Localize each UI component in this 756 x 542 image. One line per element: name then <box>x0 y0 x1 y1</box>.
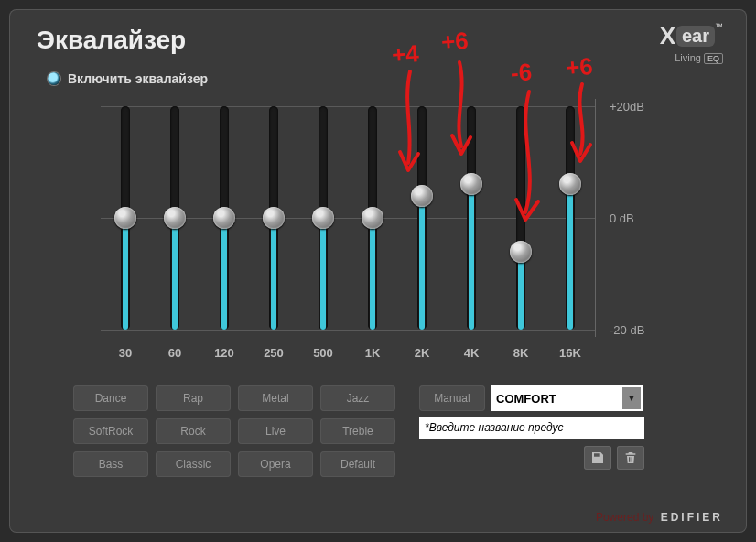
preset-softrock[interactable]: SoftRock <box>73 418 148 444</box>
eq-slider-250[interactable] <box>249 99 298 337</box>
slider-fill <box>469 184 474 330</box>
equalizer-panel: Эквалайзер Xear™ LivingEQ Включить эквал… <box>9 9 747 533</box>
manual-button[interactable]: Manual <box>419 385 485 411</box>
eq-slider-120[interactable] <box>200 99 249 337</box>
preset-right-column: Manual COMFORT ▼ *Введите название преду… <box>419 385 644 470</box>
slider-fill <box>320 218 326 330</box>
preset-select[interactable]: COMFORT ▼ <box>491 385 643 411</box>
slider-fill <box>271 218 276 330</box>
slider-fill <box>419 196 425 330</box>
slider-knob[interactable] <box>114 207 136 229</box>
eq-slider-500[interactable] <box>298 99 348 337</box>
eq-slider-1K[interactable] <box>348 99 397 337</box>
trash-icon <box>623 450 638 465</box>
eq-graph: +20dB 0 dB -20 dB <box>101 99 596 337</box>
logo-ear: ear <box>676 26 715 47</box>
save-preset-button[interactable] <box>584 446 611 470</box>
preset-rock[interactable]: Rock <box>156 418 231 444</box>
db-min-label: -20 dB <box>610 323 644 337</box>
slider-knob[interactable] <box>263 207 285 229</box>
preset-name-input[interactable]: *Введите название предус <box>419 417 644 439</box>
footer-powered: Powered by <box>596 511 653 524</box>
slider-track <box>516 106 525 330</box>
freq-label-30: 30 <box>101 346 150 360</box>
db-max-label: +20dB <box>610 100 644 114</box>
slider-knob[interactable] <box>411 185 433 207</box>
slider-knob[interactable] <box>559 173 581 195</box>
freq-label-4K: 4K <box>447 346 496 360</box>
freq-label-2K: 2K <box>397 346 447 360</box>
enable-equalizer-toggle[interactable]: Включить эквалайзер <box>48 71 719 86</box>
freq-label-250: 250 <box>249 346 298 360</box>
slider-knob[interactable] <box>213 207 235 229</box>
preset-opera[interactable]: Opera <box>238 451 313 477</box>
eq-slider-2K[interactable] <box>397 99 447 337</box>
slider-track <box>417 106 427 330</box>
slider-knob[interactable] <box>312 207 334 229</box>
preset-classic[interactable]: Classic <box>156 451 231 477</box>
slider-knob[interactable] <box>510 241 532 263</box>
slider-track <box>467 106 476 330</box>
preset-selected-label: COMFORT <box>496 392 556 406</box>
preset-dance[interactable]: Dance <box>73 385 148 411</box>
freq-label-500: 500 <box>298 346 348 360</box>
brand-logo: Xear™ LivingEQ <box>660 22 723 63</box>
preset-bass[interactable]: Bass <box>73 451 148 477</box>
slider-knob[interactable] <box>164 207 186 229</box>
freq-label-120: 120 <box>200 346 249 360</box>
logo-tm: ™ <box>715 22 723 31</box>
preset-grid: DanceRapMetalJazzSoftRockRockLiveTrebleB… <box>73 385 395 477</box>
freq-label-8K: 8K <box>496 346 545 360</box>
eq-slider-16K[interactable] <box>545 99 595 337</box>
freq-label-60: 60 <box>150 346 200 360</box>
logo-sub: LivingEQ <box>660 52 723 63</box>
radio-on-icon <box>48 72 60 85</box>
preset-live[interactable]: Live <box>238 418 313 444</box>
preset-default[interactable]: Default <box>320 451 395 477</box>
preset-rap[interactable]: Rap <box>156 385 231 411</box>
page-title: Эквалайзер <box>37 26 719 55</box>
delete-preset-button[interactable] <box>617 446 644 470</box>
db-mid-label: 0 dB <box>610 211 634 225</box>
slider-fill <box>370 218 375 330</box>
eq-area: +20dB 0 dB -20 dB 30601202505001K2K4K8K1… <box>101 99 688 360</box>
eq-slider-8K[interactable] <box>496 99 545 337</box>
chevron-down-icon: ▼ <box>622 387 641 409</box>
slider-track <box>566 106 575 330</box>
freq-label-16K: 16K <box>545 346 595 360</box>
save-icon <box>590 450 605 465</box>
eq-slider-30[interactable] <box>101 99 150 337</box>
preset-treble[interactable]: Treble <box>320 418 395 444</box>
eq-slider-4K[interactable] <box>447 99 496 337</box>
slider-knob[interactable] <box>362 207 383 229</box>
preset-metal[interactable]: Metal <box>238 385 313 411</box>
preset-jazz[interactable]: Jazz <box>320 385 395 411</box>
enable-label: Включить эквалайзер <box>68 71 208 86</box>
slider-fill <box>221 218 227 330</box>
presets-area: DanceRapMetalJazzSoftRockRockLiveTrebleB… <box>73 385 719 477</box>
slider-fill <box>172 218 178 330</box>
logo-x: X <box>660 22 675 49</box>
slider-fill <box>123 218 128 330</box>
footer: Powered by EDIFIER <box>596 511 723 524</box>
slider-knob[interactable] <box>460 173 482 195</box>
slider-fill <box>567 184 573 330</box>
eq-slider-60[interactable] <box>150 99 200 337</box>
freq-label-1K: 1K <box>348 346 397 360</box>
footer-brand: EDIFIER <box>661 511 723 524</box>
slider-fill <box>518 252 524 330</box>
